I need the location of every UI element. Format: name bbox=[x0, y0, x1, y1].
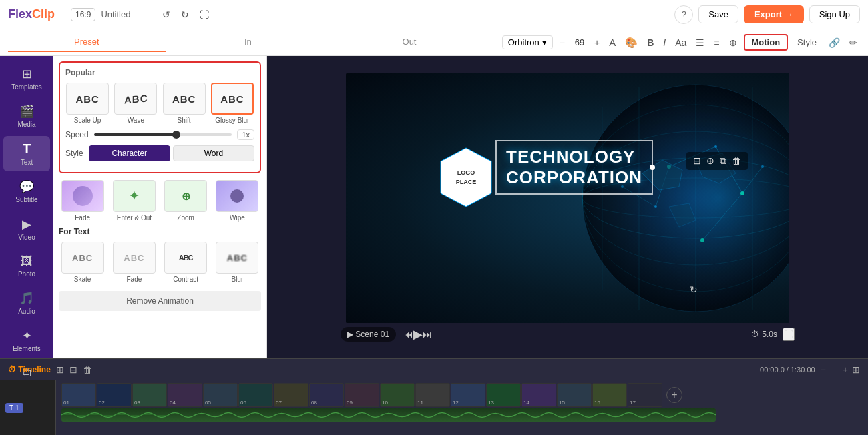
link-button[interactable]: 🔗 bbox=[826, 36, 843, 49]
title-input[interactable] bbox=[101, 9, 154, 19]
tech-corp-text[interactable]: TECHNOLOGY CORPORATION bbox=[495, 140, 653, 195]
style-label: Style bbox=[65, 149, 83, 158]
main-layout: ⊞ Templates 🎬 Media T Text 💬 Subtitle ▶ … bbox=[0, 56, 868, 358]
pen-button[interactable]: ✏ bbox=[847, 36, 860, 49]
timeline-thumb-06[interactable]: 06 bbox=[238, 383, 273, 407]
text-track-label: T 1 bbox=[5, 403, 23, 413]
anim-enter-out[interactable]: ✦ Enter & Out bbox=[110, 180, 158, 222]
anim-wipe[interactable]: Wipe bbox=[214, 180, 261, 222]
resize-handle[interactable] bbox=[650, 165, 655, 170]
export-button[interactable]: Export → bbox=[744, 5, 804, 23]
fit-timeline-button[interactable]: ⊞ bbox=[852, 364, 860, 375]
text-icon: T bbox=[23, 141, 31, 157]
timeline-thumb-12[interactable]: 12 bbox=[451, 383, 485, 407]
zoom-out-button[interactable]: − bbox=[821, 364, 826, 375]
app-logo: FlexClip bbox=[8, 7, 55, 21]
duplicate-icon[interactable]: ⧉ bbox=[720, 155, 726, 167]
signup-button[interactable]: Sign Up bbox=[809, 5, 860, 23]
play-icon-small: ▶ bbox=[347, 330, 353, 339]
ratio-badge[interactable]: 16:9 bbox=[71, 8, 95, 21]
speed-slider[interactable] bbox=[94, 133, 232, 136]
anim-zoom[interactable]: ⊕ Zoom bbox=[162, 180, 210, 222]
timeline-thumb-14[interactable]: 14 bbox=[521, 383, 556, 407]
play-button[interactable]: ▶ bbox=[413, 327, 423, 342]
anim-contract[interactable]: ABC Contract bbox=[162, 242, 210, 283]
timeline-thumb-03[interactable]: 03 bbox=[132, 383, 167, 407]
timeline-thumb-10[interactable]: 10 bbox=[380, 383, 415, 407]
align-center-button[interactable]: ≡ bbox=[711, 36, 722, 49]
fullscreen-canvas-button[interactable]: ⛶ bbox=[783, 328, 795, 341]
sidebar-item-templates[interactable]: ⊞ Templates bbox=[3, 61, 50, 96]
timeline-thumb-16[interactable]: 16 bbox=[592, 383, 627, 407]
timeline-thumb-11[interactable]: 11 bbox=[415, 383, 450, 407]
anim-skate[interactable]: ABC Skate bbox=[59, 242, 106, 283]
popular-animations-grid: ABC Scale Up ABC Wave ABC Shift bbox=[65, 83, 254, 124]
redo-button[interactable]: ↻ bbox=[178, 8, 192, 21]
toolbar: Preset In Out Orbitron ▾ − 69 + A 🎨 B I … bbox=[0, 29, 868, 56]
bold-button[interactable]: B bbox=[644, 36, 656, 49]
sidebar-item-text[interactable]: T Text bbox=[3, 136, 50, 171]
sidebar-item-elements[interactable]: ✦ Elements bbox=[3, 323, 50, 358]
undo-button[interactable]: ↺ bbox=[160, 8, 173, 21]
timeline-delete-button[interactable]: 🗑 bbox=[83, 364, 92, 375]
timeline-thumb-01[interactable]: 01 bbox=[61, 383, 96, 407]
remove-animation-button[interactable]: Remove Animation bbox=[59, 291, 261, 311]
italic-button[interactable]: I bbox=[660, 36, 668, 49]
font-highlight-button[interactable]: 🎨 bbox=[622, 35, 640, 50]
timeline-thumb-17[interactable]: 17 bbox=[628, 383, 662, 407]
sidebar-item-audio[interactable]: 🎵 Audio bbox=[3, 286, 50, 320]
timeline-thumb-09[interactable]: 09 bbox=[345, 383, 379, 407]
rotate-handle[interactable]: ↻ bbox=[690, 284, 698, 296]
sidebar-item-subtitle[interactable]: 💬 Subtitle bbox=[3, 174, 50, 209]
motion-button[interactable]: Motion bbox=[744, 34, 789, 51]
font-selector[interactable]: Orbitron ▾ bbox=[502, 35, 553, 49]
delete-icon[interactable]: 🗑 bbox=[732, 155, 741, 167]
tab-in[interactable]: In bbox=[170, 33, 327, 52]
sidebar-item-media[interactable]: 🎬 Media bbox=[3, 99, 50, 133]
timeline-tracks: 0102030405060708091011121314151617 + bbox=[56, 380, 868, 435]
sidebar-item-photo[interactable]: 🖼 Photo bbox=[3, 249, 50, 283]
align-left-button[interactable]: ☰ bbox=[693, 36, 707, 49]
timeline-copy-button[interactable]: ⊟ bbox=[69, 364, 77, 375]
anim-wave[interactable]: ABC Wave bbox=[114, 83, 158, 124]
sidebar-item-video[interactable]: ▶ Video bbox=[3, 211, 50, 246]
timeline-thumb-04[interactable]: 04 bbox=[168, 383, 202, 407]
add-track-button[interactable]: + bbox=[666, 387, 682, 403]
font-color-button[interactable]: A bbox=[606, 35, 618, 49]
timeline-thumb-08[interactable]: 08 bbox=[309, 383, 344, 407]
text-size-button[interactable]: Aa bbox=[672, 36, 689, 49]
anim-text-fade[interactable]: ABC Fade bbox=[110, 242, 158, 283]
timeline-thumb-05[interactable]: 05 bbox=[203, 383, 238, 407]
anim-shift[interactable]: ABC Shift bbox=[162, 83, 206, 124]
timeline-thumb-02[interactable]: 02 bbox=[97, 383, 132, 407]
fullscreen-button[interactable]: ⛶ bbox=[197, 8, 212, 21]
style-character-button[interactable]: Character bbox=[89, 145, 170, 161]
tab-out[interactable]: Out bbox=[331, 33, 488, 52]
style-button[interactable]: Style bbox=[792, 35, 822, 49]
anim-glossy-blur[interactable]: ABC Glossy Blur bbox=[210, 83, 254, 124]
anim-fade[interactable]: Fade bbox=[59, 180, 106, 222]
style-word-button[interactable]: Word bbox=[173, 145, 254, 161]
svg-point-1 bbox=[582, 85, 789, 312]
timeline-unfold-button[interactable]: ⊞ bbox=[56, 364, 64, 375]
anim-scale-up[interactable]: ABC Scale Up bbox=[65, 83, 110, 124]
layers-icon[interactable]: ⊕ bbox=[706, 155, 714, 167]
tab-preset[interactable]: Preset bbox=[8, 33, 166, 52]
timeline-thumb-13[interactable]: 13 bbox=[486, 383, 521, 407]
timeline-thumb-07[interactable]: 07 bbox=[274, 383, 308, 407]
style-toggle: Character Word bbox=[89, 145, 254, 161]
svg-text:PLACE: PLACE bbox=[456, 179, 477, 185]
elements-icon: ✦ bbox=[22, 328, 32, 343]
save-button[interactable]: Save bbox=[698, 5, 738, 23]
anim-text-blur[interactable]: ABC Blur bbox=[214, 242, 261, 283]
scene-badge[interactable]: ▶ Scene 01 bbox=[341, 327, 396, 342]
skip-forward-button[interactable]: ⏭ bbox=[423, 329, 432, 340]
zoom-in-button[interactable]: + bbox=[843, 364, 848, 375]
timeline-thumb-15[interactable]: 15 bbox=[557, 383, 592, 407]
copy-icon[interactable]: ⊟ bbox=[693, 155, 701, 167]
font-size-decrease-button[interactable]: − bbox=[557, 36, 568, 49]
font-size-increase-button[interactable]: + bbox=[592, 36, 602, 49]
help-button[interactable]: ? bbox=[674, 5, 693, 24]
skip-back-button[interactable]: ⏮ bbox=[404, 329, 413, 340]
text-effects-button[interactable]: ⊕ bbox=[726, 36, 740, 49]
